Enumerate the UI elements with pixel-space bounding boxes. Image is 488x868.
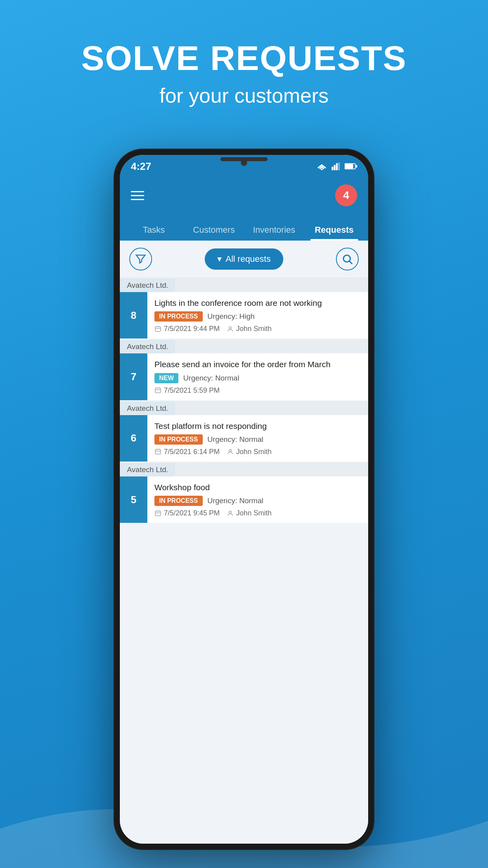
request-details-4: Workshop food IN PROCESS Urgency: Normal [147, 476, 368, 523]
table-row[interactable]: 8 Lights in the conference room are not … [120, 292, 368, 338]
wifi-icon [316, 162, 327, 170]
top-bar: 4 [120, 178, 368, 213]
date-3: 7/5/2021 6:14 PM [164, 448, 220, 456]
svg-point-2 [321, 169, 323, 170]
assignee-4: John Smith [236, 509, 272, 517]
request-title-3: Test platform is not responding [154, 421, 361, 431]
requests-list: Avatech Ltd. 8 Lights in the conference … [120, 278, 368, 844]
request-number-4: 5 [120, 476, 147, 523]
company-label-1: Avatech Ltd. [120, 279, 175, 292]
company-label-3: Avatech Ltd. [120, 402, 175, 415]
svg-rect-6 [338, 162, 340, 170]
hero-subtitle: for your customers [0, 84, 488, 107]
assignee-3: John Smith [236, 448, 272, 456]
status-icons [316, 162, 357, 170]
request-details-2: Please send an invoice for the order fro… [147, 353, 368, 400]
request-number-2: 7 [120, 353, 147, 400]
hero-title: SOLVE REQUESTS [0, 39, 488, 77]
tab-customers[interactable]: Customers [184, 225, 244, 241]
svg-point-12 [343, 255, 350, 262]
company-group-4: Avatech Ltd. [120, 462, 368, 476]
date-icon-4 [154, 510, 161, 517]
svg-rect-3 [332, 167, 333, 170]
table-row[interactable]: 6 Test platform is not responding IN PRO… [120, 415, 368, 462]
svg-rect-8 [345, 164, 353, 168]
search-icon [341, 253, 353, 265]
company-group-3: Avatech Ltd. [120, 401, 368, 415]
status-badge-3: IN PROCESS [154, 434, 203, 445]
all-requests-button[interactable]: ▾ All requests [205, 248, 283, 270]
notification-badge[interactable]: 4 [335, 184, 357, 206]
request-footer-3: 7/5/2021 6:14 PM John Smith [154, 448, 361, 456]
dropdown-arrow: ▾ [217, 254, 222, 264]
urgency-4: Urgency: Normal [207, 497, 264, 505]
person-icon-4 [227, 510, 234, 517]
request-footer-4: 7/5/2021 9:45 PM John Smith [154, 509, 361, 517]
signal-icon [331, 162, 341, 170]
svg-rect-14 [155, 327, 161, 331]
svg-point-19 [229, 327, 231, 329]
all-requests-label: All requests [226, 254, 271, 264]
phone-mockup: 4:27 [114, 149, 374, 849]
status-badge-2: NEW [154, 373, 178, 383]
request-footer-2: 7/5/2021 5:59 PM [154, 386, 361, 395]
request-title-4: Workshop food [154, 482, 361, 493]
table-row[interactable]: 5 Workshop food IN PROCESS Urgency: Norm… [120, 476, 368, 523]
request-meta-2: NEW Urgency: Normal [154, 373, 361, 383]
svg-line-13 [350, 261, 352, 264]
filter-icon [135, 253, 147, 265]
request-title-2: Please send an invoice for the order fro… [154, 359, 361, 370]
person-icon-1 [227, 326, 234, 333]
table-row[interactable]: 7 Please send an invoice for the order f… [120, 353, 368, 400]
date-icon-3 [154, 448, 161, 455]
date-icon-1 [154, 326, 161, 333]
status-time: 4:27 [131, 160, 151, 173]
person-icon-3 [227, 448, 234, 455]
company-group-1: Avatech Ltd. [120, 278, 368, 292]
urgency-3: Urgency: Normal [207, 435, 264, 444]
status-badge-4: IN PROCESS [154, 496, 203, 506]
svg-rect-29 [155, 511, 161, 516]
tab-inventories[interactable]: Inventories [244, 225, 304, 241]
request-meta-1: IN PROCESS Urgency: High [154, 311, 361, 322]
request-details-1: Lights in the conference room are not wo… [147, 292, 368, 338]
battery-icon [345, 162, 357, 170]
tab-tasks[interactable]: Tasks [124, 225, 184, 241]
svg-marker-10 [136, 255, 145, 263]
svg-rect-20 [155, 388, 161, 393]
company-label-2: Avatech Ltd. [120, 340, 175, 353]
filter-button[interactable] [129, 248, 152, 270]
company-group-2: Avatech Ltd. [120, 339, 368, 353]
request-meta-3: IN PROCESS Urgency: Normal [154, 434, 361, 445]
svg-rect-5 [336, 163, 338, 170]
date-1: 7/5/2021 9:44 PM [164, 325, 220, 333]
svg-rect-24 [155, 449, 161, 454]
assignee-1: John Smith [236, 325, 272, 333]
request-details-3: Test platform is not responding IN PROCE… [147, 415, 368, 462]
svg-point-33 [229, 511, 231, 513]
tab-bar: Tasks Customers Inventories Requests [120, 213, 368, 241]
urgency-1: Urgency: High [207, 312, 255, 321]
svg-point-28 [229, 449, 231, 452]
request-meta-4: IN PROCESS Urgency: Normal [154, 496, 361, 506]
request-number-3: 6 [120, 415, 147, 462]
request-number-1: 8 [120, 292, 147, 338]
search-button[interactable] [336, 248, 359, 270]
date-2: 7/5/2021 5:59 PM [164, 386, 220, 395]
svg-rect-4 [334, 165, 335, 170]
hamburger-menu[interactable] [131, 191, 144, 200]
urgency-2: Urgency: Normal [183, 374, 239, 383]
request-footer-1: 7/5/2021 9:44 PM John Smith [154, 325, 361, 333]
company-label-4: Avatech Ltd. [120, 463, 175, 476]
date-icon-2 [154, 387, 161, 394]
svg-rect-9 [356, 165, 357, 168]
request-title-1: Lights in the conference room are not wo… [154, 298, 361, 308]
filter-bar: ▾ All requests [120, 241, 368, 278]
date-4: 7/5/2021 9:45 PM [164, 509, 220, 517]
status-badge-1: IN PROCESS [154, 311, 203, 322]
tab-requests[interactable]: Requests [304, 225, 364, 241]
